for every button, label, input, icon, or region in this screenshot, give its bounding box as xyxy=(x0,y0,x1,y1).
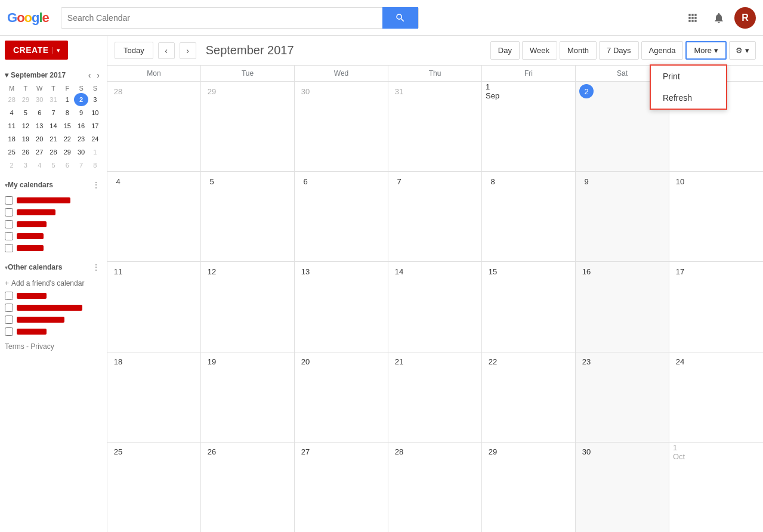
mini-cal-title[interactable]: ▾ September 2017 xyxy=(5,71,66,79)
calendar-cell[interactable]: 14 xyxy=(388,262,482,351)
mini-cal-day[interactable]: 10 xyxy=(88,106,102,119)
mini-cal-day[interactable]: 12 xyxy=(18,119,32,132)
calendar-cell[interactable]: 4 xyxy=(107,172,201,261)
7days-view-button[interactable]: 7 Days xyxy=(599,41,638,60)
mini-cal-day[interactable]: 24 xyxy=(88,132,102,146)
prev-month-button[interactable]: ‹ xyxy=(158,42,175,59)
terms-link[interactable]: Terms xyxy=(5,342,24,351)
mini-cal-day[interactable]: 20 xyxy=(33,132,47,146)
mini-cal-day[interactable]: 8 xyxy=(60,106,74,119)
calendar-cell[interactable]: 28 xyxy=(107,82,201,171)
other-calendars-section-header[interactable]: ▾ Other calendars ⋮ xyxy=(5,261,102,273)
day-number[interactable]: 31 xyxy=(392,84,406,98)
other-calendar-item[interactable] xyxy=(5,290,102,302)
mini-cal-day[interactable]: 31 xyxy=(47,93,60,106)
mini-cal-day[interactable]: 16 xyxy=(74,119,88,132)
month-view-button[interactable]: Month xyxy=(560,41,597,60)
privacy-link[interactable]: Privacy xyxy=(30,342,54,351)
mini-cal-day[interactable]: 17 xyxy=(88,119,102,132)
notifications-icon[interactable] xyxy=(708,7,730,29)
calendar-cell[interactable]: 18 xyxy=(107,352,201,442)
mini-cal-day[interactable]: 27 xyxy=(33,146,47,159)
calendar-cell[interactable]: 26 xyxy=(201,443,295,532)
calendar-checkbox[interactable] xyxy=(5,208,13,216)
calendar-cell[interactable]: 12 xyxy=(201,262,295,351)
calendar-checkbox[interactable] xyxy=(5,232,13,240)
day-number[interactable]: 30 xyxy=(579,445,594,459)
day-number[interactable]: 14 xyxy=(392,264,406,279)
avatar[interactable]: R xyxy=(734,7,756,29)
mini-cal-day[interactable]: 30 xyxy=(74,146,88,159)
mini-cal-day[interactable]: 30 xyxy=(33,93,47,106)
mini-cal-day[interactable]: 15 xyxy=(60,119,74,132)
day-number[interactable]: 1 Sep xyxy=(486,84,500,98)
day-number[interactable]: 23 xyxy=(579,355,594,369)
day-number[interactable]: 19 xyxy=(205,355,219,369)
mini-cal-day[interactable]: 29 xyxy=(18,93,32,106)
mini-cal-day[interactable]: 5 xyxy=(47,159,60,172)
calendar-cell[interactable]: 23 xyxy=(576,352,669,442)
other-calendar-item[interactable] xyxy=(5,326,102,338)
other-calendars-options-icon[interactable]: ⋮ xyxy=(90,261,102,273)
mini-cal-day[interactable]: 19 xyxy=(18,132,32,146)
calendar-cell[interactable]: 30 xyxy=(295,82,388,171)
mini-cal-day[interactable]: 26 xyxy=(18,146,32,159)
mini-cal-day[interactable]: 28 xyxy=(5,93,18,106)
day-view-button[interactable]: Day xyxy=(490,41,520,60)
calendar-cell[interactable]: 6 xyxy=(295,172,388,261)
next-month-button[interactable]: › xyxy=(180,42,196,59)
day-number[interactable]: 8 xyxy=(486,174,500,188)
calendar-checkbox[interactable] xyxy=(5,244,13,252)
my-calendar-item[interactable] xyxy=(5,194,102,206)
day-number[interactable]: 11 xyxy=(111,264,125,279)
mini-cal-prev-button[interactable]: ‹ xyxy=(86,69,94,81)
calendar-cell[interactable]: 31 xyxy=(388,82,482,171)
my-calendar-item[interactable] xyxy=(5,206,102,218)
create-button[interactable]: CREATE ▾ xyxy=(5,41,68,60)
mini-cal-day[interactable]: 7 xyxy=(74,159,88,172)
mini-cal-day[interactable]: 13 xyxy=(33,119,47,132)
mini-cal-day[interactable]: 22 xyxy=(60,132,74,146)
day-number[interactable]: 9 xyxy=(579,174,594,188)
my-calendars-options-icon[interactable]: ⋮ xyxy=(90,179,102,191)
calendar-cell[interactable]: 25 xyxy=(107,443,201,532)
calendar-cell[interactable]: 27 xyxy=(295,443,388,532)
day-number[interactable]: 4 xyxy=(111,174,125,188)
calendar-cell[interactable]: 30 xyxy=(576,443,669,532)
day-number[interactable]: 10 xyxy=(673,174,687,188)
calendar-cell[interactable]: 28 xyxy=(388,443,482,532)
calendar-cell[interactable]: 20 xyxy=(295,352,388,442)
search-button[interactable] xyxy=(382,7,418,29)
calendar-cell[interactable]: 15 xyxy=(482,262,576,351)
day-number[interactable]: 2 xyxy=(579,84,594,98)
day-number[interactable]: 26 xyxy=(205,445,219,459)
mini-cal-day[interactable]: 18 xyxy=(5,132,18,146)
my-calendar-item[interactable] xyxy=(5,242,102,254)
calendar-cell[interactable]: 16 xyxy=(576,262,669,351)
calendar-cell[interactable]: 22 xyxy=(482,352,576,442)
calendar-cell[interactable]: 29 xyxy=(201,82,295,171)
day-number[interactable]: 20 xyxy=(298,355,313,369)
mini-cal-day[interactable]: 23 xyxy=(74,132,88,146)
mini-cal-day[interactable]: 2 xyxy=(5,159,18,172)
day-number[interactable]: 12 xyxy=(205,264,219,279)
add-friend-button[interactable]: + Add a friend's calendar xyxy=(5,277,84,290)
day-number[interactable]: 30 xyxy=(298,84,313,98)
calendar-cell[interactable]: 13 xyxy=(295,262,388,351)
calendar-cell[interactable]: 21 xyxy=(388,352,482,442)
more-button[interactable]: More ▾ xyxy=(685,41,727,60)
day-number[interactable]: 1 Oct xyxy=(673,445,687,459)
day-number[interactable]: 25 xyxy=(111,445,125,459)
day-number[interactable]: 28 xyxy=(392,445,406,459)
day-number[interactable]: 15 xyxy=(486,264,500,279)
mini-cal-day[interactable]: 7 xyxy=(47,106,60,119)
calendar-checkbox[interactable] xyxy=(5,220,13,228)
calendar-cell[interactable]: 17 xyxy=(669,262,763,351)
calendar-checkbox[interactable] xyxy=(5,304,13,312)
agenda-view-button[interactable]: Agenda xyxy=(641,41,684,60)
day-number[interactable]: 16 xyxy=(579,264,594,279)
mini-cal-day[interactable]: 5 xyxy=(18,106,32,119)
mini-cal-day[interactable]: 25 xyxy=(5,146,18,159)
mini-cal-day[interactable]: 8 xyxy=(88,159,102,172)
day-number[interactable]: 24 xyxy=(673,355,687,369)
